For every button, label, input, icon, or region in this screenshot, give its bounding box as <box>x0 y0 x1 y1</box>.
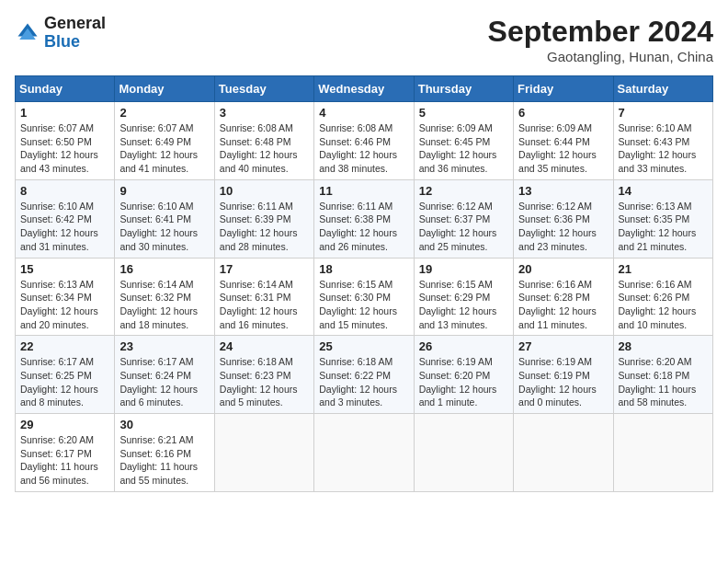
day-info-line: Sunrise: 6:13 AM <box>619 201 692 212</box>
calendar-cell-day-29: 29Sunrise: 6:20 AMSunset: 6:17 PMDayligh… <box>16 414 115 492</box>
day-info-line: Daylight: 12 hours <box>119 227 198 238</box>
calendar-cell-day-20: 20Sunrise: 6:16 AMSunset: 6:28 PMDayligh… <box>514 258 613 336</box>
day-info: Sunrise: 6:13 AMSunset: 6:35 PMDaylight:… <box>619 200 708 254</box>
day-info-line: and 36 minutes. <box>419 163 488 174</box>
day-info: Sunrise: 6:16 AMSunset: 6:28 PMDaylight:… <box>518 278 608 332</box>
day-number: 28 <box>619 339 708 353</box>
day-info-line: Sunset: 6:24 PM <box>119 370 191 381</box>
page-header: General Blue September 2024 Gaotangling,… <box>15 15 713 64</box>
day-info-line: Daylight: 12 hours <box>419 305 497 316</box>
day-info-line: and 33 minutes. <box>619 163 688 174</box>
day-number: 12 <box>419 184 508 198</box>
day-info-line: Daylight: 12 hours <box>119 305 198 316</box>
day-info: Sunrise: 6:07 AMSunset: 6:50 PMDaylight:… <box>20 121 109 176</box>
day-info-line: Sunset: 6:16 PM <box>119 448 191 459</box>
day-info: Sunrise: 6:21 AMSunset: 6:16 PMDaylight:… <box>119 433 209 488</box>
day-info-line: Sunrise: 6:15 AM <box>419 279 493 290</box>
day-info-line: and 6 minutes. <box>119 396 183 408</box>
day-number: 14 <box>619 184 708 198</box>
day-info-line: Sunrise: 6:20 AM <box>20 434 94 445</box>
calendar-cell-day-22: 22Sunrise: 6:17 AMSunset: 6:25 PMDayligh… <box>16 336 115 414</box>
day-number: 27 <box>518 339 608 353</box>
calendar-cell-day-11: 11Sunrise: 6:11 AMSunset: 6:38 PMDayligh… <box>314 179 414 258</box>
day-info-line: Daylight: 12 hours <box>20 305 98 316</box>
calendar-cell-day-26: 26Sunrise: 6:19 AMSunset: 6:20 PMDayligh… <box>414 336 513 414</box>
day-info-line: Daylight: 12 hours <box>119 149 198 160</box>
day-number: 21 <box>619 262 708 276</box>
calendar-cell-day-17: 17Sunrise: 6:14 AMSunset: 6:31 PMDayligh… <box>214 258 313 336</box>
title-block: September 2024 Gaotangling, Hunan, China <box>488 15 713 64</box>
day-info-line: Sunset: 6:38 PM <box>319 213 391 224</box>
day-number: 8 <box>20 184 109 198</box>
day-info: Sunrise: 6:10 AMSunset: 6:43 PMDaylight:… <box>619 121 708 176</box>
day-info-line: Daylight: 12 hours <box>319 305 397 316</box>
day-info-line: Sunset: 6:49 PM <box>119 136 191 147</box>
day-info: Sunrise: 6:07 AMSunset: 6:49 PMDaylight:… <box>119 121 209 176</box>
day-info-line: and 26 minutes. <box>319 241 388 252</box>
day-info-line: Daylight: 12 hours <box>518 384 597 395</box>
day-info: Sunrise: 6:11 AMSunset: 6:39 PMDaylight:… <box>220 200 309 254</box>
calendar-cell-day-1: 1Sunrise: 6:07 AMSunset: 6:50 PMDaylight… <box>16 102 115 180</box>
day-info-line: Sunset: 6:26 PM <box>619 292 690 303</box>
day-info-line: Sunset: 6:39 PM <box>220 213 291 224</box>
day-info-line: Daylight: 12 hours <box>119 384 198 395</box>
day-info-line: and 55 minutes. <box>119 475 188 486</box>
weekday-header-sunday: Sunday <box>16 76 115 102</box>
day-info: Sunrise: 6:15 AMSunset: 6:30 PMDaylight:… <box>319 278 408 332</box>
day-info-line: Sunrise: 6:09 AM <box>518 122 592 133</box>
day-info-line: Daylight: 12 hours <box>419 149 497 160</box>
day-info: Sunrise: 6:08 AMSunset: 6:46 PMDaylight:… <box>319 121 408 176</box>
day-info-line: Sunrise: 6:07 AM <box>119 122 193 133</box>
day-info-line: Sunset: 6:17 PM <box>20 448 92 459</box>
weekday-header-wednesday: Wednesday <box>314 76 414 102</box>
day-info: Sunrise: 6:20 AMSunset: 6:18 PMDaylight:… <box>619 355 708 409</box>
day-info-line: and 3 minutes. <box>319 396 382 408</box>
day-number: 2 <box>119 106 209 120</box>
day-info-line: Sunset: 6:50 PM <box>20 136 92 147</box>
day-info: Sunrise: 6:10 AMSunset: 6:41 PMDaylight:… <box>119 200 209 254</box>
day-info-line: Daylight: 12 hours <box>20 227 98 238</box>
day-number: 1 <box>20 106 109 120</box>
location: Gaotangling, Hunan, China <box>488 49 713 64</box>
day-info-line: Daylight: 12 hours <box>220 384 298 395</box>
day-info-line: Sunrise: 6:16 AM <box>619 279 692 290</box>
day-info-line: and 13 minutes. <box>419 319 488 330</box>
calendar-cell-day-30: 30Sunrise: 6:21 AMSunset: 6:16 PMDayligh… <box>115 414 214 492</box>
day-info-line: Sunrise: 6:18 AM <box>220 356 293 367</box>
empty-cell <box>214 414 313 492</box>
day-info-line: Daylight: 12 hours <box>319 384 397 395</box>
day-info: Sunrise: 6:19 AMSunset: 6:19 PMDaylight:… <box>518 355 608 409</box>
day-info-line: Sunset: 6:36 PM <box>518 213 590 224</box>
calendar-cell-day-24: 24Sunrise: 6:18 AMSunset: 6:23 PMDayligh… <box>214 336 313 414</box>
day-info-line: Sunset: 6:34 PM <box>20 292 92 303</box>
weekday-header-saturday: Saturday <box>613 76 712 102</box>
day-info-line: Daylight: 12 hours <box>220 227 298 238</box>
day-info-line: Sunrise: 6:12 AM <box>518 201 592 212</box>
day-info-line: Daylight: 12 hours <box>319 149 397 160</box>
day-info: Sunrise: 6:16 AMSunset: 6:26 PMDaylight:… <box>619 278 708 332</box>
day-info-line: and 18 minutes. <box>119 319 188 330</box>
day-info-line: Sunset: 6:30 PM <box>319 292 391 303</box>
day-info-line: Sunrise: 6:10 AM <box>20 201 94 212</box>
day-info-line: and 58 minutes. <box>619 396 688 408</box>
day-number: 11 <box>319 184 408 198</box>
calendar-cell-day-3: 3Sunrise: 6:08 AMSunset: 6:48 PMDaylight… <box>214 102 313 180</box>
day-info-line: and 25 minutes. <box>419 241 488 252</box>
calendar-cell-day-5: 5Sunrise: 6:09 AMSunset: 6:45 PMDaylight… <box>414 102 513 180</box>
day-number: 29 <box>20 418 109 431</box>
calendar-cell-day-12: 12Sunrise: 6:12 AMSunset: 6:37 PMDayligh… <box>414 179 513 258</box>
calendar-cell-day-8: 8Sunrise: 6:10 AMSunset: 6:42 PMDaylight… <box>16 179 115 258</box>
day-info: Sunrise: 6:18 AMSunset: 6:22 PMDaylight:… <box>319 355 408 409</box>
day-number: 30 <box>119 418 209 431</box>
day-info-line: Sunset: 6:25 PM <box>20 370 92 381</box>
logo-text: General Blue <box>44 15 106 52</box>
day-info-line: Sunrise: 6:21 AM <box>119 434 193 445</box>
day-info-line: Sunrise: 6:08 AM <box>319 122 392 133</box>
day-info-line: Sunrise: 6:17 AM <box>20 356 94 367</box>
day-number: 22 <box>20 339 109 353</box>
day-number: 25 <box>319 339 408 353</box>
day-info: Sunrise: 6:17 AMSunset: 6:25 PMDaylight:… <box>20 355 109 409</box>
day-number: 13 <box>518 184 608 198</box>
day-info-line: and 0 minutes. <box>518 396 582 408</box>
logo-icon <box>15 20 40 46</box>
